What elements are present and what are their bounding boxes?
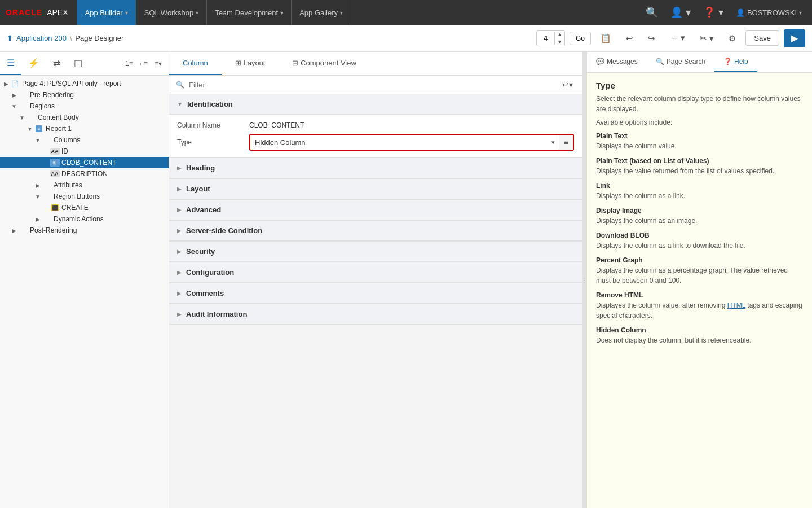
app-link-label: Application 200 (16, 34, 67, 42)
section-identification-header[interactable]: ▼ Identification (169, 94, 582, 115)
user-menu-icon[interactable]: 👤 ▾ (666, 4, 695, 21)
sidebar-tree: ▶ 📄 Page 4: PL/SQL API only - report ▶ P… (0, 76, 169, 508)
advanced-title: Advanced (186, 205, 221, 214)
user-info[interactable]: 👤 BOSTROWSKI ▾ (731, 8, 806, 17)
nav-app-gallery[interactable]: App Gallery ▾ (292, 0, 351, 25)
type-list-button[interactable]: ≡ (559, 135, 573, 150)
pre-rendering-toggle-icon: ▶ (10, 92, 18, 98)
tab-column[interactable]: Column (169, 52, 222, 75)
tab-component-view[interactable]: ⊟ Component View (279, 52, 369, 75)
redo-button[interactable]: ↪ (643, 30, 660, 46)
user-avatar-icon: 👤 (736, 8, 745, 17)
tree-item-dynamic-actions[interactable]: ▶ Dynamic Actions (0, 213, 169, 225)
sidebar-tab-tree[interactable]: ☰ (0, 52, 21, 75)
heading-expand-icon: ▶ (177, 165, 182, 171)
sidebar-menu-icon[interactable]: ≡▾ (152, 59, 164, 69)
sidebar-tab-dynamic[interactable]: ⚡ (21, 52, 46, 75)
identification-title: Identification (187, 100, 233, 108)
tree-item-region-buttons[interactable]: ▼ Region Buttons (0, 191, 169, 202)
run-button[interactable]: ▶ (784, 29, 805, 47)
sidebar-filter-icon[interactable]: 1≡ (123, 59, 135, 69)
center-tabs: Column ⊞ Layout ⊟ Component View (169, 52, 582, 76)
nav-app-builder-chevron-icon: ▾ (125, 10, 128, 16)
section-comments-header[interactable]: ▶ Comments (169, 283, 582, 304)
sidebar-tab-components[interactable]: ◫ (67, 52, 89, 75)
help-icon[interactable]: ❓ ▾ (699, 4, 728, 21)
tab-messages[interactable]: 💬 Messages (587, 52, 647, 72)
section-layout-header[interactable]: ▶ Layout (169, 179, 582, 199)
attributes-label: Attributes (54, 181, 82, 189)
tab-page-search[interactable]: 🔍 Page Search (647, 52, 714, 72)
undo-button[interactable]: ↩ (621, 30, 638, 46)
help-title: Type (596, 81, 803, 90)
center-panel: Column ⊞ Layout ⊟ Component View 🔍 ↩▾ ▼ … (169, 52, 582, 508)
section-configuration-header[interactable]: ▶ Configuration (169, 262, 582, 283)
tree-item-create-btn[interactable]: ⬛ CREATE (0, 202, 169, 213)
divider-handle[interactable]: ⋮ (582, 52, 586, 508)
sidebar-view-icon[interactable]: ○≡ (138, 59, 150, 69)
help-available: Available options include: (596, 119, 803, 126)
help-option-plain-text-desc: Displays the column value. (596, 141, 803, 151)
nav-sql-workshop[interactable]: SQL Workshop ▾ (136, 0, 207, 25)
pre-rendering-label: Pre-Rendering (30, 91, 74, 99)
nav-app-gallery-label: App Gallery (299, 8, 338, 17)
section-heading-header[interactable]: ▶ Heading (169, 158, 582, 178)
help-option-download-blob-title: Download BLOB (596, 231, 803, 239)
breadcrumb-right: 4 ▲ ▼ Go 📋 ↩ ↪ ＋ ▾ ✂ ▾ ⚙ Save ▶ (536, 29, 805, 47)
shared-components-button[interactable]: ⚙ (723, 30, 741, 46)
section-security-header[interactable]: ▶ Security (169, 242, 582, 262)
tree-item-description[interactable]: AA DESCRIPTION (0, 168, 169, 179)
tree-item-regions[interactable]: ▼ Regions (0, 100, 169, 112)
top-nav: ORACLE APEX App Builder ▾ SQL Workshop ▾… (0, 0, 812, 25)
nav-team-dev-chevron-icon: ▾ (280, 10, 283, 16)
type-label: Type (177, 138, 245, 146)
page-search-icon: 🔍 (656, 58, 664, 65)
breadcrumb-app-link[interactable]: ⬆ Application 200 (7, 34, 67, 42)
help-option-percent-graph-title: Percent Graph (596, 256, 803, 264)
tree-item-clob-content[interactable]: ⊞ CLOB_CONTENT (0, 157, 169, 168)
section-server-condition-header[interactable]: ▶ Server-side Condition (169, 221, 582, 241)
tree-item-content-body[interactable]: ▼ Content Body (0, 112, 169, 123)
section-advanced-header[interactable]: ▶ Advanced (169, 200, 582, 220)
tree-item-pre-rendering[interactable]: ▶ Pre-Rendering (0, 89, 169, 100)
section-audit-header[interactable]: ▶ Audit Information (169, 304, 582, 325)
type-select[interactable]: Plain Text Plain Text (based on List of … (250, 135, 559, 150)
attributes-icon (42, 181, 52, 189)
filter-input[interactable] (189, 81, 555, 89)
page-up-button[interactable]: ▲ (555, 31, 564, 38)
tree-item-report1[interactable]: ▼ ≡ Report 1 (0, 123, 169, 134)
nav-team-dev[interactable]: Team Development ▾ (207, 0, 292, 25)
go-button[interactable]: Go (570, 32, 591, 45)
save-button[interactable]: Save (745, 30, 779, 46)
tools-button[interactable]: ✂ ▾ (695, 30, 719, 46)
add-button[interactable]: ＋ ▾ (665, 30, 690, 46)
tree-item-attributes[interactable]: ▶ Attributes (0, 179, 169, 191)
clob-label: CLOB_CONTENT (61, 159, 116, 167)
columns-icon (42, 136, 52, 144)
filter-action-icon[interactable]: ↩▾ (560, 79, 575, 90)
section-advanced: ▶ Advanced (169, 200, 582, 221)
nav-app-builder[interactable]: App Builder ▾ (77, 0, 136, 25)
right-content: Type Select the relevant column display … (587, 73, 812, 508)
section-identification: ▼ Identification Column Name CLOB_CONTEN… (169, 94, 582, 158)
tree-item-columns[interactable]: ▼ Columns (0, 134, 169, 146)
tab-layout[interactable]: ⊞ Layout (222, 52, 279, 75)
comments-expand-icon: ▶ (177, 290, 182, 296)
html-link[interactable]: HTML (727, 301, 745, 309)
filter-icons-right: ↩▾ (560, 79, 575, 90)
security-title: Security (186, 247, 215, 256)
tree-item-page[interactable]: ▶ 📄 Page 4: PL/SQL API only - report (0, 78, 169, 89)
page-down-button[interactable]: ▼ (555, 38, 564, 46)
page-number-value[interactable]: 4 (537, 32, 555, 45)
copy-page-button[interactable]: 📋 (595, 30, 616, 46)
oracle-logo: ORACLE APEX (6, 8, 68, 17)
search-icon[interactable]: 🔍 (641, 4, 663, 21)
layout-expand-icon: ▶ (177, 186, 182, 192)
help-option-plain-text-lov-title: Plain Text (based on List of Values) (596, 157, 803, 165)
tree-item-post-rendering[interactable]: ▶ Post-Rendering (0, 225, 169, 236)
tab-help[interactable]: ❓ Help (714, 52, 757, 72)
report1-label: Report 1 (46, 125, 72, 133)
section-configuration: ▶ Configuration (169, 262, 582, 283)
tree-item-id[interactable]: AA ID (0, 146, 169, 157)
sidebar-tab-sync[interactable]: ⇄ (46, 52, 67, 75)
